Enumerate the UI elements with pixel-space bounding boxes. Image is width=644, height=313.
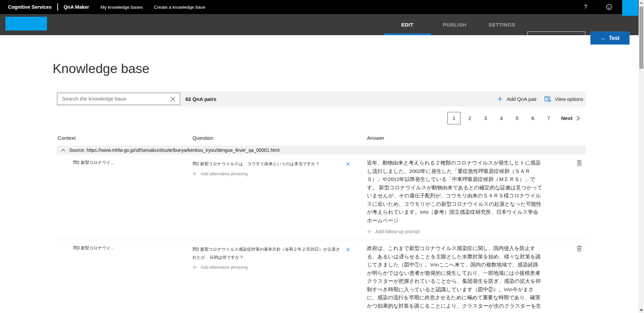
test-button-label: Test xyxy=(609,35,620,41)
trash-icon[interactable] xyxy=(577,245,582,252)
next-page-button[interactable]: Next xyxy=(561,115,580,121)
view-options-label: View options xyxy=(555,96,583,102)
add-alternative-phrasing-button[interactable]: Add alternative phrasing xyxy=(193,265,355,270)
add-qna-pair-button[interactable]: Add QnA pair xyxy=(497,96,537,102)
tab-publish-label: PUBLISH xyxy=(443,22,466,27)
column-options-icon xyxy=(544,96,551,102)
page-7[interactable]: 7 xyxy=(542,112,555,124)
table-header-row: Context Question Answer xyxy=(57,135,586,141)
plus-icon xyxy=(193,172,197,176)
column-header-answer: Answer xyxy=(362,135,384,141)
scrollbar-thumb[interactable] xyxy=(639,7,643,69)
answer-cell: 近年、動物由来と考えられる２種類のコロナウイルスが発生しヒトに感染し流行しました… xyxy=(362,159,567,234)
add-follow-up-prompt-button[interactable]: Add follow-up prompt xyxy=(367,229,567,234)
plus-icon xyxy=(497,96,503,102)
kb-logo-placeholder[interactable] xyxy=(5,17,47,30)
plus-icon xyxy=(193,265,197,269)
tab-settings[interactable]: SETTINGS xyxy=(478,14,526,35)
question-cell: 問2 新型コロナウイルスは、コウモリ由来というのは本当ですか？ Add alte… xyxy=(190,159,362,234)
qna-pair-count: 62 QnA pairs xyxy=(185,96,216,102)
feedback-smiley-icon[interactable] xyxy=(606,4,612,12)
save-and-train-button[interactable]: Save and train xyxy=(527,32,585,45)
answer-cell: 政府は、これまで新型コロナウイルス感染症に関し、国内侵入を防止する、あるいは遅ら… xyxy=(362,244,567,310)
clear-x-icon[interactable] xyxy=(166,93,180,105)
tab-publish[interactable]: PUBLISH xyxy=(431,14,478,35)
tab-settings-label: SETTINGS xyxy=(489,22,516,27)
page-1[interactable]: 1 xyxy=(447,112,461,124)
trash-icon[interactable] xyxy=(577,160,582,166)
scrollbar-down-arrow[interactable] xyxy=(640,309,643,311)
pagination: 1 2 3 4 5 6 7 Next xyxy=(447,112,580,124)
question-cell: 問3 新型コロナウイルス感染症対策の基本方針（令和２年２月25日）が公表されたが… xyxy=(190,244,362,310)
active-tab-underline xyxy=(384,34,431,35)
page-3[interactable]: 3 xyxy=(479,112,492,124)
test-button[interactable]: ← Test xyxy=(590,32,630,45)
view-options-button[interactable]: View options xyxy=(544,96,583,102)
vertical-scrollbar[interactable] xyxy=(639,0,644,313)
page-4[interactable]: 4 xyxy=(495,112,508,124)
row-actions xyxy=(567,159,586,234)
page-title: Knowledge base xyxy=(53,61,149,76)
page-5[interactable]: 5 xyxy=(511,112,524,124)
source-url-label: Source: https://www.mhlw.go.jp/stf/seisa… xyxy=(69,147,279,153)
delete-question-x-icon[interactable] xyxy=(346,247,350,252)
user-avatar-square[interactable] xyxy=(622,0,638,16)
knowledge-base-app-bar: EDIT PUBLISH SETTINGS Save and train ← T… xyxy=(0,14,644,35)
tab-edit[interactable]: EDIT xyxy=(384,14,431,35)
chevron-right-icon xyxy=(577,116,580,121)
brand-cognitive-services[interactable]: Cognitive Services xyxy=(8,4,52,10)
question-text[interactable]: 問3 新型コロナウイルス感染症対策の基本方針（令和２年２月25日）が公表されたが… xyxy=(193,245,342,261)
row-actions xyxy=(567,244,586,310)
tab-edit-label: EDIT xyxy=(401,22,414,27)
column-header-context: Context xyxy=(57,135,190,141)
answer-text[interactable]: 政府は、これまで新型コロナウイルス感染症に関し、国内侵入を防止する、あるいは遅ら… xyxy=(367,244,543,310)
search-input[interactable] xyxy=(57,96,166,102)
top-navigation-bar: Cognitive Services QnA Maker My knowledg… xyxy=(0,0,644,14)
scrollbar-up-arrow[interactable] xyxy=(640,2,643,4)
plus-icon xyxy=(367,229,372,234)
context-cell[interactable]: 問3 新型コロナウイ... xyxy=(57,244,190,310)
add-alternative-phrasing-button[interactable]: Add alternative phrasing xyxy=(193,171,355,176)
tab-strip: EDIT PUBLISH SETTINGS xyxy=(384,14,526,35)
page-6[interactable]: 6 xyxy=(526,112,539,124)
divider xyxy=(57,3,58,11)
table-row: 問2 新型コロナウイ... 問2 新型コロナウイルスは、コウモリ由来というのは本… xyxy=(57,154,586,240)
add-alternative-phrasing-label: Add alternative phrasing xyxy=(201,171,248,176)
app-title-qna-maker[interactable]: QnA Maker xyxy=(64,4,89,10)
column-header-question: Question xyxy=(190,135,362,141)
search-box xyxy=(57,93,180,105)
add-qna-pair-label: Add QnA pair xyxy=(507,96,537,102)
kb-toolbar: 62 QnA pairs Add QnA pair View options xyxy=(57,91,586,107)
source-group-row[interactable]: Source: https://www.mhlw.go.jp/stf/seisa… xyxy=(57,145,586,154)
add-alternative-phrasing-label: Add alternative phrasing xyxy=(201,265,248,270)
left-arrow-icon: ← xyxy=(600,35,606,42)
nav-my-knowledge-bases[interactable]: My knowledge bases xyxy=(101,5,143,10)
table-row: 問3 新型コロナウイ... 問3 新型コロナウイルス感染症対策の基本方針（令和２… xyxy=(57,240,586,313)
answer-text[interactable]: 近年、動物由来と考えられる２種類のコロナウイルスが発生しヒトに感染し流行しました… xyxy=(367,159,543,225)
nav-create-knowledge-base[interactable]: Create a knowledge base xyxy=(154,5,205,10)
chevron-up-icon[interactable] xyxy=(61,149,65,151)
question-text[interactable]: 問2 新型コロナウイルスは、コウモリ由来というのは本当ですか？ xyxy=(193,160,342,168)
page-2[interactable]: 2 xyxy=(463,112,476,124)
context-cell[interactable]: 問2 新型コロナウイ... xyxy=(57,159,190,234)
help-question-icon[interactable]: ? xyxy=(584,0,587,14)
delete-question-x-icon[interactable] xyxy=(346,162,350,166)
add-follow-up-prompt-label: Add follow-up prompt xyxy=(375,229,420,234)
next-label: Next xyxy=(561,115,573,121)
qna-rows: 問2 新型コロナウイ... 問2 新型コロナウイルスは、コウモリ由来というのは本… xyxy=(57,154,586,313)
